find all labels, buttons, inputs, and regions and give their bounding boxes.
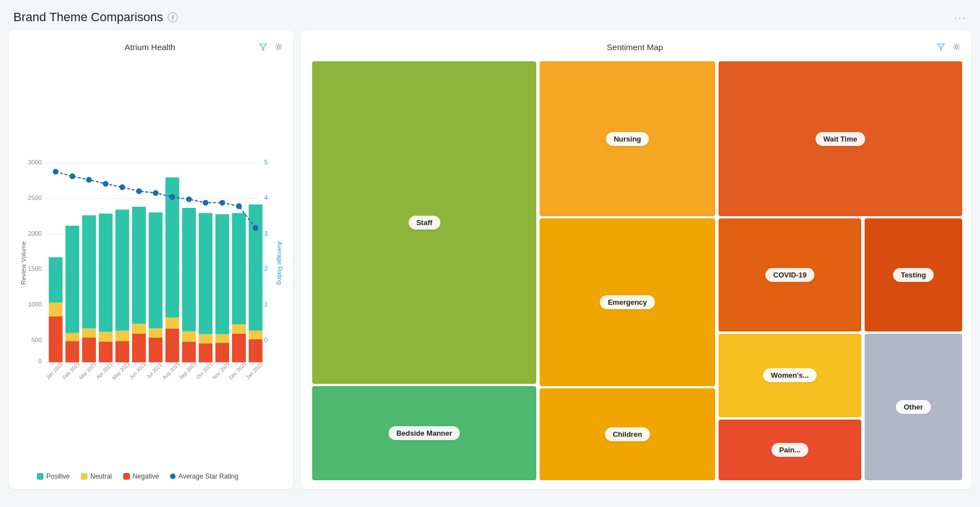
svg-rect-29 <box>65 226 79 333</box>
svg-text:0: 0 <box>264 337 268 343</box>
svg-text:5: 5 <box>264 159 268 165</box>
svg-rect-61 <box>249 331 263 339</box>
svg-rect-52 <box>198 334 212 343</box>
treemap-label-bedside: Bedside Manner <box>389 426 460 440</box>
svg-point-83 <box>169 194 175 199</box>
legend-negative-label: Negative <box>133 472 159 480</box>
chart-legend: Positive Neutral Negative Average Star R… <box>20 472 284 480</box>
more-options-button[interactable]: ··· <box>954 11 967 24</box>
left-panel-title: Atrium Health <box>42 42 258 52</box>
legend-positive-color <box>37 473 43 480</box>
svg-point-1 <box>278 46 280 48</box>
legend-neutral-label: Neutral <box>90 472 112 480</box>
svg-rect-27 <box>65 341 79 362</box>
svg-rect-56 <box>215 214 229 334</box>
svg-rect-42 <box>149 338 163 362</box>
legend-avg-color <box>170 474 176 479</box>
legend-positive: Positive <box>37 472 70 480</box>
treemap-label-testing: Testing <box>893 268 934 282</box>
svg-text:Jan 2022: Jan 2022 <box>245 362 264 381</box>
svg-rect-30 <box>82 338 96 362</box>
left-panel-header: Atrium Health <box>20 41 284 52</box>
svg-marker-89 <box>938 44 944 50</box>
svg-rect-59 <box>232 213 246 324</box>
legend-negative: Negative <box>123 472 159 480</box>
svg-rect-43 <box>149 328 163 337</box>
svg-text:4: 4 <box>264 194 268 201</box>
svg-text:Jan 2021: Jan 2021 <box>45 362 64 381</box>
legend-neutral-color <box>81 473 88 480</box>
svg-point-78 <box>86 177 92 182</box>
svg-rect-36 <box>115 341 129 362</box>
svg-text:3: 3 <box>264 230 268 237</box>
svg-marker-0 <box>260 44 266 50</box>
svg-point-80 <box>119 184 125 190</box>
svg-rect-28 <box>65 333 79 341</box>
treemap-cell-children[interactable]: Children <box>540 388 715 480</box>
svg-text:Sep 2021: Sep 2021 <box>178 361 197 381</box>
svg-rect-41 <box>132 207 146 324</box>
svg-point-90 <box>955 46 958 48</box>
svg-rect-34 <box>99 332 113 342</box>
svg-point-85 <box>203 200 208 206</box>
svg-point-76 <box>53 169 59 174</box>
right-settings-icon[interactable] <box>951 41 962 52</box>
svg-text:Review Volume: Review Volume <box>20 241 27 285</box>
svg-rect-32 <box>82 215 96 328</box>
treemap-cell-pain[interactable]: Pain... <box>719 420 862 480</box>
treemap-cell-nursing[interactable]: Nursing <box>540 61 715 216</box>
settings-icon[interactable] <box>273 41 284 52</box>
svg-point-77 <box>70 173 75 179</box>
svg-text:Average Rating: Average Rating <box>276 241 283 285</box>
filter-icon[interactable] <box>258 41 269 52</box>
svg-point-84 <box>186 196 192 202</box>
treemap-cell-testing[interactable]: Testing <box>865 218 962 332</box>
info-icon[interactable]: ℹ <box>168 12 178 22</box>
svg-text:2000: 2000 <box>28 230 42 237</box>
svg-rect-50 <box>182 208 196 332</box>
svg-text:2: 2 <box>264 265 268 272</box>
treemap-label-covid19: COVID-19 <box>765 268 814 282</box>
treemap-cell-covid19[interactable]: COVID-19 <box>719 218 862 332</box>
legend-positive-label: Positive <box>46 472 70 480</box>
treemap-label-other: Other <box>896 400 931 414</box>
treemap-cell-emergency[interactable]: Emergency <box>540 218 715 386</box>
treemap-label-womens: Women's... <box>763 368 817 382</box>
svg-rect-44 <box>149 212 163 328</box>
svg-rect-33 <box>99 342 113 362</box>
treemap-label-staff: Staff <box>409 216 440 230</box>
chart-area: 3000 2500 2000 1500 1000 500 0 <box>20 59 284 467</box>
treemap-cell-waittime[interactable]: Wait Time <box>719 61 962 216</box>
svg-text:1500: 1500 <box>28 265 42 272</box>
svg-rect-55 <box>215 334 229 343</box>
svg-point-86 <box>220 200 225 206</box>
right-panel: Sentiment Map <box>301 30 971 489</box>
page-title: Brand Theme Comparisons <box>13 10 163 25</box>
main-content: Atrium Health <box>0 30 980 498</box>
svg-rect-48 <box>182 342 196 362</box>
svg-text:Dec 2021: Dec 2021 <box>228 361 248 381</box>
treemap-cell-other[interactable]: Other <box>865 334 962 480</box>
treemap-label-nursing: Nursing <box>606 132 649 146</box>
svg-text:Jun 2021: Jun 2021 <box>128 362 147 381</box>
legend-neutral: Neutral <box>81 472 112 480</box>
treemap: Staff Bedside Manner Nursing Wait Time E… <box>312 61 962 480</box>
right-filter-icon[interactable] <box>935 41 947 52</box>
treemap-cell-staff[interactable]: Staff <box>312 61 536 384</box>
svg-point-82 <box>153 190 158 196</box>
page-header: Brand Theme Comparisons ℹ ··· <box>0 0 980 30</box>
svg-rect-24 <box>49 316 63 362</box>
treemap-label-pain: Pain... <box>772 443 808 457</box>
treemap-cell-womens[interactable]: Women's... <box>719 334 862 417</box>
svg-rect-38 <box>115 209 129 330</box>
svg-text:Aug 2021: Aug 2021 <box>161 361 181 381</box>
svg-text:Mar 2021: Mar 2021 <box>78 361 98 381</box>
svg-text:1: 1 <box>264 301 268 308</box>
page-container: Brand Theme Comparisons ℹ ··· Atrium Hea… <box>0 0 980 498</box>
treemap-cell-bedside[interactable]: Bedside Manner <box>312 386 536 480</box>
svg-text:3000: 3000 <box>28 159 42 165</box>
svg-point-79 <box>103 181 108 187</box>
svg-text:2500: 2500 <box>28 194 42 201</box>
right-panel-title: Sentiment Map <box>334 42 935 52</box>
svg-rect-31 <box>82 328 96 337</box>
